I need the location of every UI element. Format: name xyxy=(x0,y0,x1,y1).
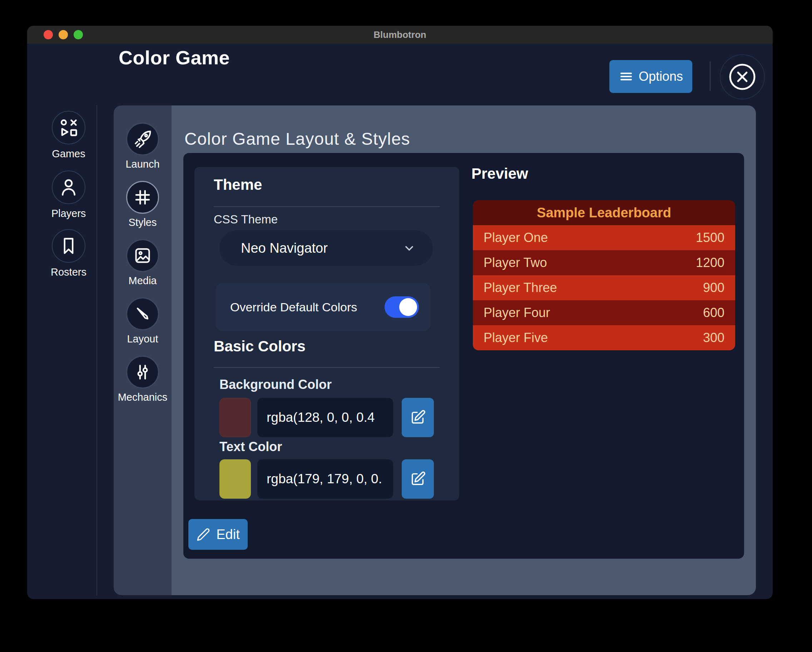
content-panel: Color Game Layout & Styles Theme CSS The… xyxy=(171,105,756,595)
rail-item-label: Layout xyxy=(114,333,171,345)
text-color-row: rgba(179, 179, 0, 0. xyxy=(194,459,459,499)
override-colors-label: Override Default Colors xyxy=(230,300,385,314)
leaderboard-row: Player One 1500 xyxy=(473,225,735,250)
rail-item-styles[interactable]: Styles xyxy=(114,181,171,228)
player-score: 300 xyxy=(703,330,725,345)
preview-heading: Preview xyxy=(472,165,528,182)
override-colors-toggle[interactable] xyxy=(385,296,419,318)
rail-item-media[interactable]: Media xyxy=(114,239,171,287)
rocket-icon xyxy=(126,123,159,156)
app-window: Blumbotron Color Game Options xyxy=(27,26,773,599)
pen-icon xyxy=(126,298,159,330)
panel-title: Color Game Layout & Styles xyxy=(185,129,410,149)
rail-item-label: Styles xyxy=(114,217,171,228)
background-color-label: Background Color xyxy=(220,377,332,392)
styles-rail: Launch Styles Media xyxy=(114,105,171,595)
background-color-input[interactable]: rgba(128, 0, 0, 0.4 xyxy=(257,398,393,437)
theme-card: Theme CSS Theme Neo Navigator Override D… xyxy=(194,167,459,501)
basic-colors-heading: Basic Colors xyxy=(214,338,305,355)
leaderboard-title: Sample Leaderboard xyxy=(473,200,735,225)
hash-icon xyxy=(126,181,159,214)
toggle-knob xyxy=(399,298,417,316)
rail-item-label: Mechanics xyxy=(114,391,171,403)
games-icon xyxy=(52,111,85,144)
players-icon xyxy=(52,171,85,204)
player-score: 900 xyxy=(703,280,725,295)
screen: Blumbotron Color Game Options xyxy=(0,0,812,652)
player-score: 1500 xyxy=(696,230,725,245)
sample-leaderboard: Sample Leaderboard Player One 1500 Playe… xyxy=(473,200,735,350)
rail-item-mechanics[interactable]: Mechanics xyxy=(114,356,171,403)
css-theme-select[interactable]: Neo Navigator xyxy=(220,230,433,266)
rail-item-layout[interactable]: Layout xyxy=(114,298,171,345)
player-name: Player Five xyxy=(484,330,548,345)
leaderboard-row: Player Four 600 xyxy=(473,300,735,325)
edit-square-icon xyxy=(409,409,426,426)
edit-button-label: Edit xyxy=(216,527,240,542)
leaderboard-row: Player Three 900 xyxy=(473,275,735,300)
rail-item-label: Launch xyxy=(114,158,171,170)
leaderboard-row: Player Five 300 xyxy=(473,325,735,350)
player-name: Player Three xyxy=(484,280,557,295)
player-score: 600 xyxy=(703,305,725,320)
background-color-row: rgba(128, 0, 0, 0.4 xyxy=(194,398,459,437)
close-button[interactable] xyxy=(720,54,765,99)
options-label: Options xyxy=(639,69,683,84)
background-color-swatch[interactable] xyxy=(220,398,251,437)
text-color-input[interactable]: rgba(179, 179, 0, 0. xyxy=(257,459,393,499)
selected-theme: Neo Navigator xyxy=(241,241,403,256)
divider xyxy=(214,206,440,207)
pencil-icon xyxy=(196,527,211,542)
options-button[interactable]: Options xyxy=(609,60,692,93)
sidebar-item-label: Games xyxy=(37,148,101,160)
leaderboard-row: Player Two 1200 xyxy=(473,250,735,275)
player-score: 1200 xyxy=(696,255,725,270)
header-divider xyxy=(710,61,710,91)
text-color-edit-button[interactable] xyxy=(402,459,434,499)
sidebar-item-rosters[interactable]: Rosters xyxy=(37,229,101,278)
app-title: Blumbotron xyxy=(27,26,773,44)
background-color-edit-button[interactable] xyxy=(402,398,434,437)
sidebar-item-players[interactable]: Players xyxy=(37,171,101,220)
divider xyxy=(214,367,440,368)
chevron-down-icon xyxy=(403,242,416,255)
rail-item-launch[interactable]: Launch xyxy=(114,123,171,170)
sidebar-item-games[interactable]: Games xyxy=(37,111,101,160)
edit-button[interactable]: Edit xyxy=(188,519,248,550)
rosters-icon xyxy=(52,229,85,263)
sidebar-item-label: Rosters xyxy=(37,266,101,278)
close-icon xyxy=(727,61,758,92)
sidebar-item-label: Players xyxy=(37,208,101,220)
sliders-icon xyxy=(126,356,159,389)
player-name: Player Two xyxy=(484,255,547,270)
css-theme-label: CSS Theme xyxy=(214,213,278,226)
titlebar: Blumbotron xyxy=(27,26,773,44)
hamburger-icon xyxy=(619,69,633,84)
player-name: Player Four xyxy=(484,305,550,320)
text-color-swatch[interactable] xyxy=(220,459,251,499)
edit-square-icon xyxy=(409,471,426,487)
image-icon xyxy=(126,239,159,272)
text-color-label: Text Color xyxy=(220,439,282,454)
override-colors-row: Override Default Colors xyxy=(216,283,430,331)
theme-heading: Theme xyxy=(214,176,262,193)
player-name: Player One xyxy=(484,230,548,245)
rail-item-label: Media xyxy=(114,275,171,287)
page-title: Color Game xyxy=(119,46,230,69)
settings-panel: Theme CSS Theme Neo Navigator Override D… xyxy=(183,153,744,559)
